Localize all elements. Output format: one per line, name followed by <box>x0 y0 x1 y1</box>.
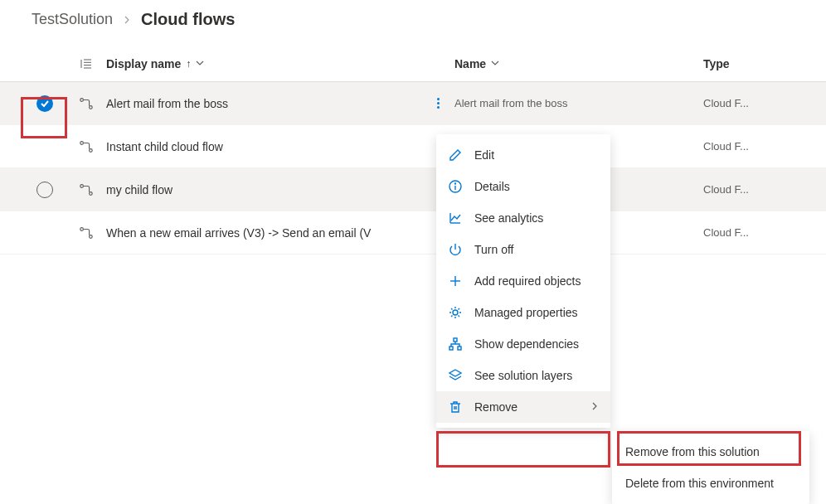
column-header-type[interactable]: Type <box>703 57 826 70</box>
row-display-name[interactable]: Alert mail from the boss <box>106 97 421 110</box>
svg-point-5 <box>80 98 84 101</box>
column-name-label: Name <box>454 57 486 70</box>
trash-icon <box>448 400 463 414</box>
row-type: Cloud F... <box>703 97 826 109</box>
submenu-item-remove-from-solution[interactable]: Remove from this solution <box>612 436 809 468</box>
menu-label: Turn off <box>474 243 599 256</box>
table-row[interactable]: Instant child cloud flow Cloud F... <box>0 125 826 168</box>
row-checkbox[interactable] <box>23 95 66 112</box>
flow-icon <box>66 225 106 240</box>
svg-rect-20 <box>449 346 453 350</box>
menu-item-managed-properties[interactable]: Managed properties <box>436 297 610 328</box>
list-view-icon[interactable] <box>66 57 106 70</box>
menu-item-show-dependencies[interactable]: Show dependencies <box>436 328 610 360</box>
analytics-icon <box>448 211 463 225</box>
menu-item-edit[interactable]: Edit <box>436 139 610 171</box>
info-icon <box>448 179 463 194</box>
column-display-name-label: Display name <box>106 57 181 70</box>
menu-label: Add required objects <box>474 274 599 288</box>
more-vertical-icon <box>430 96 445 111</box>
row-type: Cloud F... <box>703 183 826 196</box>
svg-point-12 <box>90 235 93 238</box>
chevron-down-icon <box>491 58 499 70</box>
row-display-name[interactable]: When a new email arrives (V3) -> Send an… <box>106 226 421 240</box>
menu-label: Details <box>474 180 599 193</box>
menu-item-analytics[interactable]: See analytics <box>436 202 610 234</box>
chevron-right-icon <box>590 401 599 413</box>
breadcrumb-current: Cloud flows <box>141 10 235 29</box>
row-checkbox[interactable] <box>23 182 66 198</box>
svg-rect-21 <box>458 346 461 350</box>
breadcrumb: TestSolution Cloud flows <box>0 0 826 46</box>
column-header-name[interactable]: Name <box>454 57 703 70</box>
svg-rect-19 <box>454 338 457 342</box>
flow-icon <box>66 182 106 197</box>
sort-ascending-icon: ↑ <box>186 58 191 70</box>
menu-label: Show dependencies <box>474 337 599 351</box>
chevron-right-icon <box>123 13 131 27</box>
chevron-down-icon <box>196 58 204 70</box>
plus-icon <box>448 274 463 288</box>
svg-point-18 <box>453 310 458 315</box>
row-type: Cloud F... <box>703 140 826 153</box>
svg-point-9 <box>80 184 84 187</box>
svg-point-15 <box>455 183 456 184</box>
table-row[interactable]: When a new email arrives (V3) -> Send an… <box>0 211 826 254</box>
menu-item-add-required[interactable]: Add required objects <box>436 265 610 297</box>
column-header-display-name[interactable]: Display name ↑ <box>106 57 421 70</box>
annotation-highlight <box>436 431 610 468</box>
svg-point-6 <box>90 105 93 109</box>
menu-label: See analytics <box>474 211 599 225</box>
row-type: Cloud F... <box>703 226 826 239</box>
flow-icon <box>66 139 106 154</box>
context-submenu: Remove from this solution Delete from th… <box>612 431 809 504</box>
table-row[interactable]: my child flow Cloud F... <box>0 168 826 211</box>
row-actions-button[interactable] <box>421 96 454 111</box>
svg-point-7 <box>80 141 84 144</box>
row-name: Alert mail from the boss <box>454 97 703 109</box>
menu-label: See solution layers <box>474 369 599 382</box>
radio-unchecked-icon <box>36 182 53 198</box>
layers-icon <box>448 368 463 383</box>
menu-label: Remove <box>474 400 579 414</box>
menu-item-turn-off[interactable]: Turn off <box>436 234 610 265</box>
table-row[interactable]: Alert mail from the boss Alert mail from… <box>0 82 826 125</box>
menu-label: Edit <box>474 148 599 162</box>
flow-icon <box>66 96 106 111</box>
context-menu: Edit Details See analytics Turn off Add … <box>436 134 610 428</box>
menu-item-solution-layers[interactable]: See solution layers <box>436 360 610 391</box>
menu-item-details[interactable]: Details <box>436 171 610 202</box>
svg-point-11 <box>80 227 84 230</box>
svg-point-10 <box>90 191 93 195</box>
dependencies-icon <box>448 337 463 351</box>
pencil-icon <box>448 148 463 162</box>
submenu-item-delete-from-environment[interactable]: Delete from this environment <box>612 468 809 499</box>
row-display-name[interactable]: Instant child cloud flow <box>106 140 421 153</box>
gear-icon <box>448 305 463 320</box>
table-header: Display name ↑ Name Type <box>0 46 826 82</box>
svg-point-8 <box>90 148 93 152</box>
menu-label: Managed properties <box>474 306 599 319</box>
menu-label: Delete from this environment <box>625 477 796 490</box>
checkmark-icon <box>36 95 53 112</box>
power-icon <box>448 242 463 257</box>
row-display-name[interactable]: my child flow <box>106 183 421 196</box>
menu-label: Remove from this solution <box>625 445 796 458</box>
breadcrumb-parent[interactable]: TestSolution <box>32 11 113 28</box>
column-type-label: Type <box>703 57 730 70</box>
menu-item-remove[interactable]: Remove <box>436 391 610 423</box>
